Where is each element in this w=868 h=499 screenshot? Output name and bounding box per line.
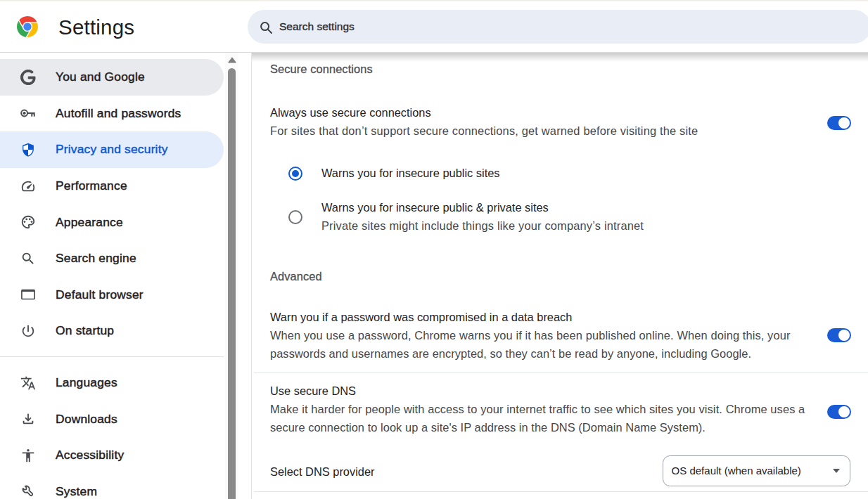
chrome-settings-page: You and Google Autofill and passwords Pr…: [0, 0, 868, 499]
row-separator: [254, 372, 868, 373]
always-secure-description: For sites that don’t support secure conn…: [270, 122, 698, 140]
radio-warn-public-private-sites-label: Warns you for insecure public & private …: [321, 198, 644, 216]
dns-provider-row: Select DNS provider: [270, 462, 374, 481]
secure-dns-description-line1: Make it harder for people with access to…: [270, 400, 805, 418]
radio-warn-public-sites[interactable]: [288, 167, 302, 181]
google-g-icon: [20, 70, 36, 85]
toolbar: Settings Search settings: [0, 0, 868, 53]
search-icon: [259, 20, 273, 34]
password-breach-description-line2: passwords and usernames are encrypted, s…: [270, 344, 791, 363]
sidebar-item-default-browser[interactable]: Default browser: [0, 277, 224, 313]
row-separator: [254, 491, 868, 492]
sidebar-item-performance[interactable]: Performance: [0, 168, 224, 205]
search-settings-box[interactable]: Search settings: [248, 10, 868, 44]
sidebar-divider: [0, 356, 224, 357]
shield-half-icon: [20, 142, 36, 157]
accessibility-person-icon: [20, 448, 36, 463]
sidebar-item-accessibility[interactable]: Accessibility: [0, 437, 224, 474]
sidebar-item-search-engine[interactable]: Search engine: [0, 240, 224, 277]
section-header-advanced: Advanced: [270, 267, 322, 285]
scrollbar-thumb[interactable]: [228, 68, 236, 499]
radio-warn-public-private-sites[interactable]: [288, 210, 302, 224]
wrench-icon: [20, 484, 36, 499]
dropdown-caret-icon: [833, 469, 840, 473]
scrollbar-up-arrow-icon[interactable]: [227, 56, 237, 63]
download-icon: [20, 411, 36, 427]
secure-dns-description: Make it harder for people with access to…: [270, 400, 805, 436]
password-breach-title: Warn you if a password was compromised i…: [270, 308, 791, 326]
sidebar-item-languages[interactable]: Languages: [0, 365, 224, 401]
chrome-logo: [17, 16, 38, 37]
secure-dns-title: Use secure DNS: [270, 382, 805, 400]
section-header-secure-connections: Secure connections: [270, 60, 373, 78]
always-secure-title: Always use secure connections: [270, 103, 698, 122]
sidebar-item-downloads[interactable]: Downloads: [0, 401, 224, 437]
sidebar-item-system[interactable]: System: [0, 474, 224, 499]
radio-dot: [292, 170, 299, 177]
radio-warn-public-sites-row: Warns you for insecure public sites: [321, 164, 500, 182]
speedometer-icon: [20, 179, 36, 194]
password-breach-row: Warn you if a password was compromised i…: [270, 308, 791, 363]
sidebar-item-privacy-and-security[interactable]: Privacy and security: [0, 131, 224, 168]
sidebar-item-appearance[interactable]: Appearance: [0, 204, 224, 240]
window-top-edge: [0, 0, 868, 1]
dns-provider-select[interactable]: OS default (when available): [663, 455, 850, 486]
dns-provider-label: Select DNS provider: [270, 462, 374, 481]
sidebar-scrollbar[interactable]: [225, 53, 238, 499]
radio-warn-public-private-sites-description: Private sites might include things like …: [321, 216, 644, 235]
power-icon: [20, 323, 36, 339]
sidebar: You and Google Autofill and passwords Pr…: [0, 53, 252, 499]
sidebar-item-on-startup[interactable]: On startup: [0, 313, 224, 349]
secure-dns-row: Use secure DNS Make it harder for people…: [270, 382, 805, 436]
password-breach-description: When you use a password, Chrome warns yo…: [270, 326, 791, 363]
always-secure-toggle[interactable]: [827, 116, 851, 130]
secure-dns-toggle[interactable]: [827, 405, 851, 419]
password-breach-toggle[interactable]: [827, 328, 851, 342]
secure-dns-description-line2: secure connection to look up a site's IP…: [270, 418, 805, 436]
sidebar-item-you-and-google[interactable]: You and Google: [0, 59, 224, 96]
always-secure-row: Always use secure connections For sites …: [270, 103, 698, 140]
key-icon: [20, 105, 36, 121]
toggle-knob: [838, 406, 850, 418]
password-breach-description-line1: When you use a password, Chrome warns yo…: [270, 326, 791, 344]
dns-provider-value: OS default (when available): [672, 465, 801, 477]
translate-icon: [20, 375, 36, 391]
toggle-knob: [838, 330, 850, 342]
settings-content: Secure connections Always use secure con…: [252, 53, 868, 499]
radio-warn-public-private-sites-row: Warns you for insecure public & private …: [321, 198, 644, 235]
toggle-knob: [838, 117, 850, 129]
palette-icon: [20, 214, 36, 230]
magnifier-icon: [20, 251, 36, 266]
browser-window-icon: [20, 287, 36, 302]
search-placeholder: Search settings: [279, 20, 355, 33]
radio-warn-public-sites-label: Warns you for insecure public sites: [321, 164, 500, 182]
sidebar-item-autofill-and-passwords[interactable]: Autofill and passwords: [0, 96, 224, 132]
sidebar-menu: You and Google Autofill and passwords Pr…: [0, 59, 224, 499]
page-title: Settings: [58, 15, 134, 39]
